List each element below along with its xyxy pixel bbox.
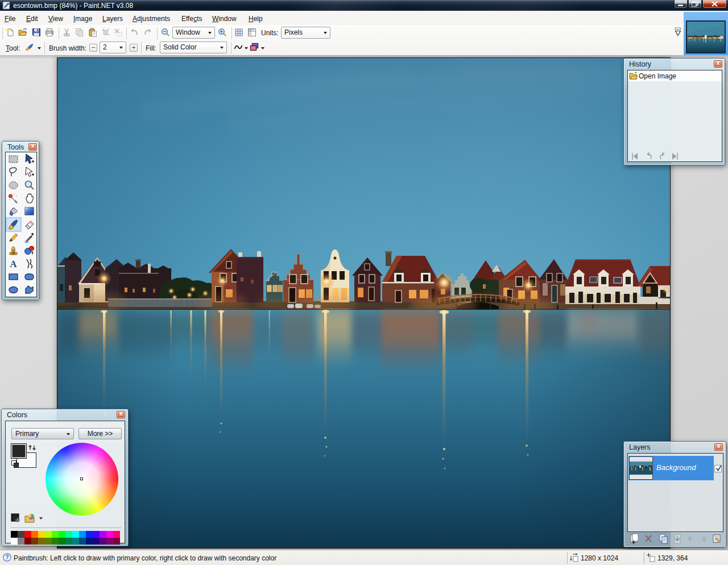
svg-text:A: A bbox=[10, 259, 17, 269]
svg-text:?: ? bbox=[5, 554, 9, 560]
